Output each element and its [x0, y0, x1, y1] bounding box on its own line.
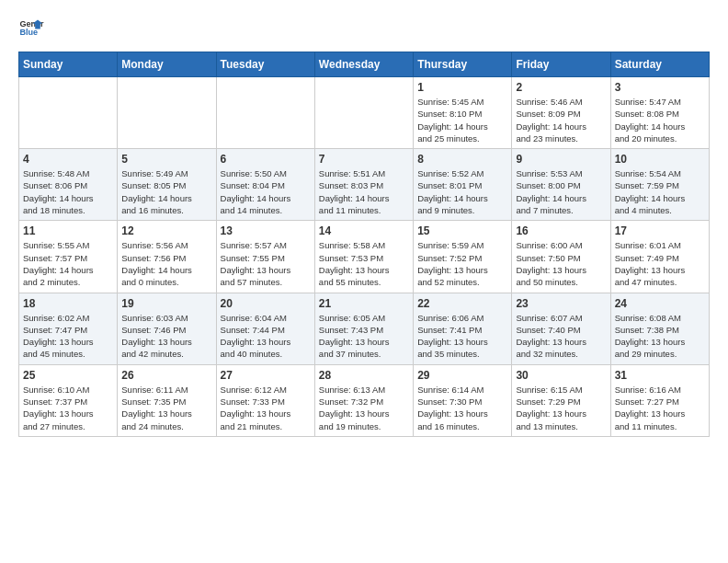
calendar-cell: 23Sunrise: 6:07 AMSunset: 7:40 PMDayligh… [512, 293, 610, 364]
day-info: Sunrise: 6:13 AMSunset: 7:32 PMDaylight:… [319, 384, 409, 432]
weekday-header-thursday: Thursday [414, 52, 512, 77]
calendar-cell: 10Sunrise: 5:54 AMSunset: 7:59 PMDayligh… [610, 149, 709, 221]
day-info: Sunrise: 5:47 AMSunset: 8:08 PMDaylight:… [615, 96, 705, 144]
day-number: 10 [615, 153, 705, 166]
day-info: Sunrise: 6:15 AMSunset: 7:29 PMDaylight:… [516, 384, 606, 432]
calendar-cell [314, 77, 413, 149]
calendar-header: SundayMondayTuesdayWednesdayThursdayFrid… [19, 52, 710, 77]
day-number: 1 [417, 81, 507, 94]
day-info: Sunrise: 5:53 AMSunset: 8:00 PMDaylight:… [516, 167, 606, 216]
calendar-cell: 11Sunrise: 5:55 AMSunset: 7:57 PMDayligh… [19, 221, 118, 293]
calendar-cell: 16Sunrise: 6:00 AMSunset: 7:50 PMDayligh… [512, 221, 610, 293]
calendar-cell: 5Sunrise: 5:49 AMSunset: 8:05 PMDaylight… [118, 149, 216, 221]
weekday-header-sunday: Sunday [19, 52, 118, 77]
day-number: 7 [319, 153, 409, 166]
weekday-header-monday: Monday [118, 52, 216, 77]
calendar-cell: 29Sunrise: 6:14 AMSunset: 7:30 PMDayligh… [414, 364, 512, 436]
weekday-header-wednesday: Wednesday [314, 52, 413, 77]
day-number: 12 [121, 224, 211, 237]
calendar-cell: 24Sunrise: 6:08 AMSunset: 7:38 PMDayligh… [610, 293, 709, 364]
day-number: 15 [417, 224, 507, 237]
calendar-cell: 31Sunrise: 6:16 AMSunset: 7:27 PMDayligh… [610, 364, 709, 436]
calendar-cell: 12Sunrise: 5:56 AMSunset: 7:56 PMDayligh… [118, 221, 216, 293]
day-number: 9 [516, 153, 606, 166]
day-info: Sunrise: 5:46 AMSunset: 8:09 PMDaylight:… [516, 96, 606, 144]
day-info: Sunrise: 5:51 AMSunset: 8:03 PMDaylight:… [319, 167, 409, 216]
day-number: 26 [121, 369, 211, 382]
calendar-cell: 17Sunrise: 6:01 AMSunset: 7:49 PMDayligh… [610, 221, 709, 293]
day-number: 24 [615, 297, 705, 310]
day-info: Sunrise: 5:49 AMSunset: 8:05 PMDaylight:… [121, 167, 211, 216]
calendar-cell: 19Sunrise: 6:03 AMSunset: 7:46 PMDayligh… [118, 293, 216, 364]
day-number: 22 [417, 297, 507, 310]
day-number: 23 [516, 297, 606, 310]
day-info: Sunrise: 5:59 AMSunset: 7:52 PMDaylight:… [417, 239, 507, 288]
day-info: Sunrise: 5:45 AMSunset: 8:10 PMDaylight:… [417, 96, 507, 144]
calendar-cell: 18Sunrise: 6:02 AMSunset: 7:47 PMDayligh… [19, 293, 118, 364]
day-info: Sunrise: 6:03 AMSunset: 7:46 PMDaylight:… [121, 312, 211, 361]
day-info: Sunrise: 6:01 AMSunset: 7:49 PMDaylight:… [615, 239, 705, 288]
day-info: Sunrise: 6:00 AMSunset: 7:50 PMDaylight:… [516, 239, 606, 288]
calendar-week-2: 11Sunrise: 5:55 AMSunset: 7:57 PMDayligh… [19, 221, 710, 293]
calendar-cell [118, 77, 216, 149]
calendar-week-4: 25Sunrise: 6:10 AMSunset: 7:37 PMDayligh… [19, 364, 710, 436]
day-info: Sunrise: 6:05 AMSunset: 7:43 PMDaylight:… [319, 312, 409, 361]
calendar-cell: 13Sunrise: 5:57 AMSunset: 7:55 PMDayligh… [216, 221, 314, 293]
calendar-cell: 4Sunrise: 5:48 AMSunset: 8:06 PMDaylight… [19, 149, 118, 221]
day-info: Sunrise: 6:12 AMSunset: 7:33 PMDaylight:… [221, 384, 311, 432]
calendar-cell: 22Sunrise: 6:06 AMSunset: 7:41 PMDayligh… [414, 293, 512, 364]
day-info: Sunrise: 6:08 AMSunset: 7:38 PMDaylight:… [615, 312, 705, 361]
day-number: 3 [615, 81, 705, 94]
day-number: 28 [319, 369, 409, 382]
day-info: Sunrise: 5:48 AMSunset: 8:06 PMDaylight:… [23, 167, 113, 216]
day-number: 16 [516, 224, 606, 237]
calendar-cell: 9Sunrise: 5:53 AMSunset: 8:00 PMDaylight… [512, 149, 610, 221]
day-number: 19 [121, 297, 211, 310]
day-info: Sunrise: 6:06 AMSunset: 7:41 PMDaylight:… [417, 312, 507, 361]
day-number: 25 [23, 369, 113, 382]
day-number: 14 [319, 224, 409, 237]
calendar-cell: 15Sunrise: 5:59 AMSunset: 7:52 PMDayligh… [414, 221, 512, 293]
calendar-table: SundayMondayTuesdayWednesdayThursdayFrid… [18, 52, 710, 437]
calendar-cell: 3Sunrise: 5:47 AMSunset: 8:08 PMDaylight… [610, 77, 709, 149]
day-info: Sunrise: 5:58 AMSunset: 7:53 PMDaylight:… [319, 239, 409, 288]
calendar-cell: 21Sunrise: 6:05 AMSunset: 7:43 PMDayligh… [314, 293, 413, 364]
calendar-cell: 25Sunrise: 6:10 AMSunset: 7:37 PMDayligh… [19, 364, 118, 436]
calendar-cell: 1Sunrise: 5:45 AMSunset: 8:10 PMDaylight… [414, 77, 512, 149]
header: General Blue [18, 15, 710, 40]
calendar-cell: 6Sunrise: 5:50 AMSunset: 8:04 PMDaylight… [216, 149, 314, 221]
day-number: 20 [221, 297, 311, 310]
day-info: Sunrise: 5:50 AMSunset: 8:04 PMDaylight:… [221, 167, 311, 216]
day-number: 21 [319, 297, 409, 310]
weekday-header-saturday: Saturday [610, 52, 709, 77]
day-info: Sunrise: 5:57 AMSunset: 7:55 PMDaylight:… [221, 239, 311, 288]
calendar-cell: 26Sunrise: 6:11 AMSunset: 7:35 PMDayligh… [118, 364, 216, 436]
calendar-cell: 28Sunrise: 6:13 AMSunset: 7:32 PMDayligh… [314, 364, 413, 436]
day-number: 30 [516, 369, 606, 382]
day-number: 29 [417, 369, 507, 382]
day-info: Sunrise: 6:04 AMSunset: 7:44 PMDaylight:… [221, 312, 311, 361]
day-info: Sunrise: 6:10 AMSunset: 7:37 PMDaylight:… [23, 384, 113, 432]
day-number: 8 [417, 153, 507, 166]
weekday-header-friday: Friday [512, 52, 610, 77]
calendar-cell [19, 77, 118, 149]
day-info: Sunrise: 6:11 AMSunset: 7:35 PMDaylight:… [121, 384, 211, 432]
calendar-cell [216, 77, 314, 149]
day-number: 4 [23, 153, 113, 166]
day-number: 27 [221, 369, 311, 382]
day-number: 17 [615, 224, 705, 237]
day-info: Sunrise: 6:07 AMSunset: 7:40 PMDaylight:… [516, 312, 606, 361]
day-number: 13 [221, 224, 311, 237]
day-number: 31 [615, 369, 705, 382]
calendar-week-1: 4Sunrise: 5:48 AMSunset: 8:06 PMDaylight… [19, 149, 710, 221]
day-info: Sunrise: 5:55 AMSunset: 7:57 PMDaylight:… [23, 239, 113, 288]
logo-icon: General Blue [18, 15, 44, 40]
calendar-cell: 20Sunrise: 6:04 AMSunset: 7:44 PMDayligh… [216, 293, 314, 364]
day-number: 18 [23, 297, 113, 310]
day-info: Sunrise: 5:52 AMSunset: 8:01 PMDaylight:… [417, 167, 507, 216]
svg-text:Blue: Blue [19, 28, 38, 37]
calendar-cell: 30Sunrise: 6:15 AMSunset: 7:29 PMDayligh… [512, 364, 610, 436]
calendar-week-0: 1Sunrise: 5:45 AMSunset: 8:10 PMDaylight… [19, 77, 710, 149]
calendar-cell: 14Sunrise: 5:58 AMSunset: 7:53 PMDayligh… [314, 221, 413, 293]
day-info: Sunrise: 6:16 AMSunset: 7:27 PMDaylight:… [615, 384, 705, 432]
